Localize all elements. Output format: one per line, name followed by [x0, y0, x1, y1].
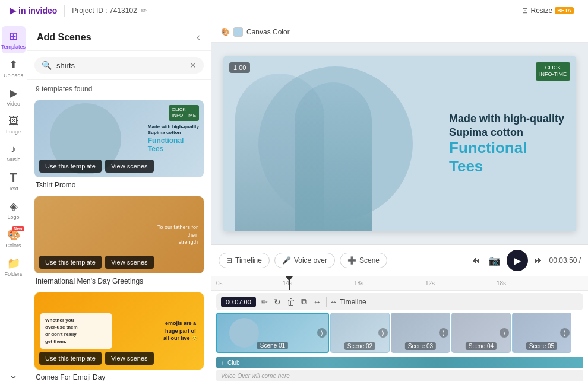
timeline-button[interactable]: ⊟ Timeline: [219, 253, 270, 268]
canvas-color-button[interactable]: 🎨 Canvas Color: [221, 27, 290, 37]
divider: [326, 297, 327, 307]
template-thumbnail-tshirt: CLICKINFO-TIME Made with high-qualitySup…: [34, 100, 204, 177]
search-input[interactable]: [56, 61, 185, 70]
scene-3-arrow: ⟩: [439, 328, 448, 338]
ruler-18s-1: 18s: [354, 280, 363, 287]
delete-icon[interactable]: 🗑: [286, 296, 296, 308]
sidebar-item-logo[interactable]: ◈ Logo: [2, 196, 26, 224]
sidebar-item-uploads[interactable]: ⬆ Uploads: [2, 55, 26, 82]
template-emoji-text: emojis are ahuge part ofall our live 😊: [163, 320, 198, 342]
move-icon[interactable]: ↔: [312, 296, 323, 308]
sidebar-item-templates[interactable]: ⊞ Templates: [2, 26, 26, 53]
playhead: [289, 276, 290, 290]
search-icon: 🔍: [42, 61, 52, 70]
search-input-wrapper: 🔍 ✕: [34, 57, 204, 74]
template-overlay: Use this template View scenes: [34, 155, 204, 177]
voiceover-button[interactable]: 🎤 Voice over: [274, 253, 335, 268]
panel-close-button[interactable]: ‹: [195, 30, 201, 44]
sidebar-item-text[interactable]: T Text: [2, 167, 26, 195]
voice-track: Voice Over will come here: [216, 370, 583, 381]
add-scenes-panel: Add Scenes ‹ 🔍 ✕ 9 templates found CLICK…: [27, 21, 211, 385]
scene-thumb-3[interactable]: ⟩ Scene 03: [391, 313, 450, 353]
sidebar: ⊞ Templates ⬆ Uploads ▶ Video 🖼 Image ♪ …: [0, 21, 27, 385]
template-overlay-3: Use this template View scenes: [34, 347, 204, 370]
template-thumbnail-emoji: Whether youover-use themor don't reallyg…: [34, 292, 204, 370]
top-bar: ▶ in invideo Project ID : 7413102 ✏ ⊡ Re…: [0, 0, 588, 21]
scene-thumb-5[interactable]: ⟩ Scene 05: [512, 313, 571, 353]
template-logo: CLICKINFO-TIME: [169, 105, 199, 121]
top-bar-right: ⊡ Resize BETA: [517, 4, 578, 17]
scene-2-arrow: ⟩: [378, 328, 388, 338]
scene-1-arrow: ⟩: [317, 328, 327, 338]
scene-5-arrow: ⟩: [560, 328, 570, 338]
scene-thumb-1[interactable]: ⟩ Scene 01: [216, 313, 329, 353]
divider: [64, 5, 65, 17]
resize-icon: ⊡: [522, 7, 528, 15]
time-display: 00:07:00: [221, 297, 256, 307]
next-button[interactable]: ⏭: [532, 253, 546, 268]
template-card-emoji-day: Whether youover-use themor don't reallyg…: [34, 292, 204, 381]
canvas-toolbar: 🎨 Canvas Color: [211, 21, 588, 43]
scenes-row: ⟩ Scene 01 ⟩ Scene 02 ⟩ Scene 03 ⟩ Scene…: [211, 313, 588, 355]
main-layout: ⊞ Templates ⬆ Uploads ▶ Video 🖼 Image ♪ …: [0, 21, 588, 385]
sidebar-item-image[interactable]: 🖼 Image: [2, 112, 26, 138]
ruler-18s-2: 18s: [497, 280, 506, 287]
use-template-button-1[interactable]: Use this template: [39, 160, 102, 173]
edit-scene-icon[interactable]: ✏: [260, 296, 269, 308]
more-icon: ⌄: [9, 368, 18, 381]
refresh-icon[interactable]: ↻: [273, 296, 282, 308]
search-bar: 🔍 ✕: [27, 51, 211, 80]
edit-project-icon[interactable]: ✏: [141, 7, 147, 15]
template-card-mens-day: To our fathers fortheirstrength Use this…: [34, 196, 204, 285]
scene-strip: 00:07:00 ✏ ↻ 🗑 ⧉ ↔ ↔ Timeline: [211, 291, 588, 385]
audio-tracks: ♪ Club Voice Over will come here: [211, 355, 588, 383]
prev-button[interactable]: ⏮: [469, 253, 483, 268]
view-scenes-button-3[interactable]: View scenes: [105, 352, 154, 365]
scene-thumb-2[interactable]: ⟩ Scene 02: [330, 313, 390, 353]
logo: ▶ in invideo: [10, 6, 57, 15]
search-clear-button[interactable]: ✕: [189, 61, 197, 70]
timeline-toolbar: ⊟ Timeline 🎤 Voice over ➕ Scene ⏮ 📷: [211, 245, 588, 276]
timeline-icon: ⊟: [226, 256, 232, 265]
template-overlay-2: Use this template View scenes: [34, 251, 204, 273]
template-text-2: To our fathers fortheirstrength: [157, 224, 198, 246]
copy-icon[interactable]: ⧉: [300, 295, 308, 308]
timeline-section: ⊟ Timeline 🎤 Voice over ➕ Scene ⏮ 📷: [211, 244, 588, 385]
templates-icon: ⊞: [9, 30, 18, 43]
music-track-icon: ♪: [221, 359, 224, 366]
panel-header: Add Scenes ‹: [27, 21, 211, 51]
mic-icon: 🎤: [282, 256, 291, 265]
duration-display: 00:03:50 /: [549, 256, 581, 265]
play-button[interactable]: ▶: [507, 250, 528, 271]
scene-4-label: Scene 04: [466, 342, 497, 350]
scene-1-label: Scene 01: [257, 342, 288, 349]
canvas-text-area: Made with high-quality Supima cotton Fun…: [449, 112, 564, 176]
screenshot-button[interactable]: 📷: [486, 253, 503, 269]
use-template-button-2[interactable]: Use this template: [39, 256, 102, 269]
timeline-label: ↔ Timeline: [330, 298, 366, 306]
logo-icon: ◈: [10, 200, 18, 213]
view-scenes-button-1[interactable]: View scenes: [105, 160, 154, 173]
folders-icon: 📁: [7, 257, 20, 270]
sidebar-more-button[interactable]: ⌄: [2, 365, 26, 385]
template-thumbnail-mens-day: To our fathers fortheirstrength Use this…: [34, 196, 204, 273]
sidebar-item-colors[interactable]: New 🎨 Colors: [2, 225, 26, 252]
scene-5-label: Scene 05: [526, 342, 557, 350]
template-name-1: Tshirt Promo: [34, 181, 204, 189]
scene-controls-bar: 00:07:00 ✏ ↻ 🗑 ⧉ ↔ ↔ Timeline: [216, 293, 583, 310]
resize-button[interactable]: ⊡ Resize BETA: [517, 4, 578, 17]
sidebar-item-video[interactable]: ▶ Video: [2, 83, 26, 110]
sidebar-item-music[interactable]: ♪ Music: [2, 139, 26, 166]
sidebar-item-folders[interactable]: 📁 Folders: [2, 253, 26, 281]
view-scenes-button-2[interactable]: View scenes: [105, 256, 154, 269]
logo-icon: ▶: [10, 6, 16, 15]
image-icon: 🖼: [8, 115, 19, 128]
scene-thumb-4[interactable]: ⟩ Scene 04: [451, 313, 511, 353]
preview-area: 1.00 CLICK INFO-TIME Made with high-qual…: [211, 43, 588, 244]
use-template-button-3[interactable]: Use this template: [39, 352, 102, 365]
canvas-preview: 1.00 CLICK INFO-TIME Made with high-qual…: [223, 56, 576, 231]
color-swatch: [233, 27, 243, 37]
scene-button[interactable]: ➕ Scene: [340, 253, 387, 268]
panel-title: Add Scenes: [37, 32, 91, 43]
play-icon: ▶: [514, 255, 521, 266]
